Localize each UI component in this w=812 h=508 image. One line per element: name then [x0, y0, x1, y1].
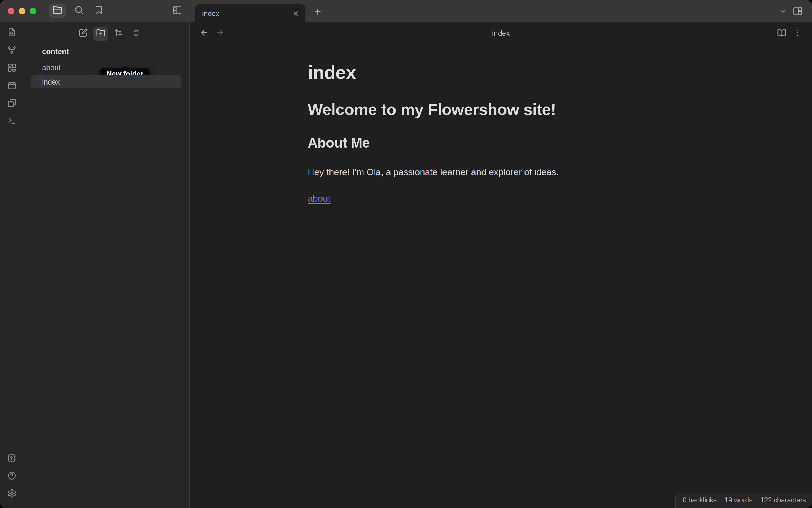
tab-index[interactable]: index [195, 4, 305, 22]
reading-mode-button[interactable] [775, 28, 788, 40]
backlinks-count[interactable]: 0 backlinks [682, 496, 717, 504]
sort-order-button[interactable] [111, 27, 126, 41]
help-button[interactable] [5, 472, 18, 481]
plus-icon [313, 7, 322, 18]
arrow-right-icon [216, 28, 224, 39]
search-button[interactable] [71, 4, 87, 18]
more-options-button[interactable] [791, 28, 804, 40]
graph-icon [7, 45, 16, 57]
vault-title[interactable]: content [42, 47, 69, 56]
layout-dashboard-icon [7, 63, 16, 75]
folder-plus-icon [96, 28, 105, 40]
square-pen-icon [78, 28, 88, 40]
note-content: index Welcome to my Flowershow site! Abo… [308, 44, 694, 204]
chevron-down-icon [778, 7, 787, 17]
file-search-icon [7, 28, 16, 39]
navigate-forward-button[interactable] [213, 28, 227, 40]
book-open-icon [777, 28, 786, 40]
daily-note-button[interactable] [5, 82, 18, 91]
panel-left-toggle-icon [172, 5, 182, 17]
templates-button[interactable] [5, 99, 18, 109]
tab-list-dropdown-button[interactable] [774, 5, 791, 19]
note-inline-title: index [308, 61, 694, 84]
heading-welcome: Welcome to my Flowershow site! [308, 99, 694, 119]
close-window-button[interactable] [8, 8, 14, 14]
navigate-back-button[interactable] [198, 28, 211, 40]
pane-title: index [190, 22, 812, 44]
file-item-index-selected[interactable]: index [31, 75, 181, 88]
intro-paragraph: Hey there! I'm Ola, a passionate learner… [308, 165, 694, 179]
folder-icon [52, 5, 62, 17]
quick-switcher-button[interactable] [5, 29, 18, 38]
file-name: index [42, 78, 60, 86]
about-link[interactable]: about [308, 194, 331, 204]
gear-icon [7, 489, 16, 500]
obsidian-window: index [0, 0, 812, 508]
bookmark-icon [94, 5, 104, 17]
titlebar: index [0, 0, 812, 22]
character-count: 122 characters [760, 496, 806, 504]
main-pane: index index Welcome to my Flowershow sit… [190, 22, 812, 508]
zoom-window-button[interactable] [30, 8, 37, 14]
vault-icon [7, 453, 16, 465]
terminal-icon [7, 116, 16, 128]
word-count: 19 words [724, 496, 752, 504]
file-item-about[interactable]: about [31, 61, 181, 74]
bookmarks-button[interactable] [91, 4, 107, 18]
copy-icon [7, 98, 16, 110]
panel-right-toggle-icon [793, 6, 803, 18]
heading-about-me: About Me [308, 134, 694, 152]
settings-button[interactable] [5, 490, 18, 499]
chevrons-up-down-icon [131, 28, 141, 40]
file-name: about [42, 63, 61, 72]
expand-right-sidebar-button[interactable] [790, 5, 806, 19]
canvas-button[interactable] [5, 64, 18, 74]
pane-header: index [190, 22, 812, 44]
files-toggle-button[interactable] [49, 4, 66, 18]
collapse-left-sidebar-button[interactable] [169, 4, 186, 18]
sort-ascending-icon [113, 28, 123, 40]
left-ribbon [0, 22, 24, 508]
calendar-icon [7, 81, 16, 92]
new-note-button[interactable] [76, 27, 90, 41]
terminal-button[interactable] [5, 117, 18, 127]
graph-view-button[interactable] [5, 46, 18, 56]
new-tab-button[interactable] [311, 5, 325, 20]
file-explorer: New folder content about index [24, 22, 190, 508]
expand-collapse-button[interactable] [129, 27, 143, 41]
new-folder-button[interactable] [93, 27, 108, 41]
minimize-window-button[interactable] [19, 8, 26, 14]
help-circle-icon [7, 471, 16, 482]
more-vertical-icon [793, 28, 802, 40]
search-icon [74, 5, 84, 17]
open-vault-button[interactable] [5, 454, 18, 464]
status-bar: 0 backlinks 19 words 122 characters [675, 493, 812, 508]
tab-title: index [202, 9, 289, 17]
arrow-left-icon [200, 28, 209, 39]
close-tab-button[interactable] [289, 7, 301, 19]
